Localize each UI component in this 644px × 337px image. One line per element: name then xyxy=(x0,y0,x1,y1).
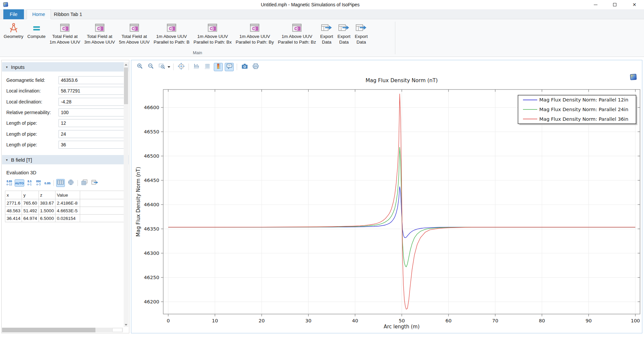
field-input-5[interactable] xyxy=(59,130,124,138)
table-cell[interactable]: 2.4186E-8 xyxy=(55,199,80,207)
precision-button-auto[interactable]: AUTO xyxy=(15,179,24,187)
ribbon-button-1m-above-uuv-parallel-to-path-by[interactable]: 1m Above UUVParallel to Path: By xyxy=(234,21,276,46)
y-tick-label: 46350 xyxy=(144,226,159,232)
color-legend-button[interactable] xyxy=(214,63,223,71)
zoom-in-icon xyxy=(136,63,144,71)
table-cell[interactable]: 6.5000 xyxy=(39,215,55,222)
close-button[interactable]: ✕ xyxy=(625,0,644,9)
table-row[interactable]: 48.56351.4921.50004.6653E-5 xyxy=(5,207,128,215)
ribbon-button-label: 3m Above UUV xyxy=(84,40,115,45)
ribbon-button-export-data[interactable]: ExportData xyxy=(318,21,335,46)
precision-button-0.85[interactable]: 0.85 xyxy=(44,179,51,187)
ribbon-button-total-field-at-1m-above-uuv[interactable]: Total Field at1m Above UUV xyxy=(48,21,82,46)
settings-panel: ▾ Inputs Geomagnetic field:Local inclina… xyxy=(1,60,129,333)
plot-area[interactable]: 0102030405060708090100462004625046300463… xyxy=(131,60,642,333)
globe-view-button[interactable] xyxy=(66,179,75,187)
table-cell[interactable]: 1.5000 xyxy=(39,207,55,215)
field-label: Geomagnetic field: xyxy=(6,78,45,83)
plot-window-icon xyxy=(166,22,177,34)
precision-label: e-1 xyxy=(28,183,32,186)
table-row[interactable]: 2771.6765.60383.672.4186E-8 xyxy=(5,199,128,207)
x-tick-label: 10 xyxy=(212,318,218,323)
table-cell-filler xyxy=(80,215,128,222)
plot-window-icon xyxy=(129,22,140,34)
tab-ribbon-tab-1[interactable]: Ribbon Tab 1 xyxy=(49,9,87,19)
plot-group-icon[interactable] xyxy=(629,74,637,81)
precision-button-8.5[interactable]: 8.5e-1 xyxy=(26,179,33,187)
zoom-in-button[interactable] xyxy=(135,63,144,71)
table-cell[interactable]: 64.974 xyxy=(22,215,39,222)
ribbon-button-export-data[interactable]: ExportData xyxy=(335,21,352,46)
scroll-down-icon[interactable] xyxy=(124,322,128,327)
zoom-extents-button[interactable] xyxy=(177,63,186,71)
ribbon-button-total-field-at-5m-above-uuv[interactable]: Total Field at5m Above UUV xyxy=(117,21,151,46)
x-tick-label: 90 xyxy=(585,318,591,323)
snapshot-icon xyxy=(241,63,248,71)
copy-table-button[interactable] xyxy=(80,179,89,187)
field-input-4[interactable] xyxy=(59,119,124,127)
table-row[interactable]: 36.41464.9746.50000.026154 xyxy=(5,215,128,222)
ribbon-button-label: Export xyxy=(355,34,368,40)
ribbon-button-export-data[interactable]: ExportData xyxy=(353,21,369,46)
field-input-0[interactable] xyxy=(59,76,124,84)
show-axes-button[interactable] xyxy=(192,63,201,71)
table-cell[interactable]: 48.563 xyxy=(5,207,22,215)
ribbon-button-1m-above-uuv-parallel-to-path-bx[interactable]: 1m Above UUVParallel to Path: Bx xyxy=(192,21,233,46)
graphics-panel[interactable]: 0102030405060708090100462004625046300463… xyxy=(131,60,642,333)
minimize-icon xyxy=(594,5,597,5)
bfield-section-header[interactable]: ▾ B field [T] xyxy=(2,155,129,164)
ribbon-button-label: Export xyxy=(337,34,350,40)
zoom-out-button[interactable] xyxy=(146,63,155,71)
chevron-down-icon[interactable] xyxy=(168,66,170,68)
print-button[interactable] xyxy=(251,63,260,71)
inputs-section-header[interactable]: ▾ Inputs xyxy=(2,62,129,72)
ribbon-button-1m-above-uuv-parallel-to-path-b[interactable]: 1m Above UUVParallel to Path: B xyxy=(152,21,191,46)
snapshot-button[interactable] xyxy=(240,63,249,71)
field-input-1[interactable] xyxy=(59,87,124,95)
minimize-button[interactable] xyxy=(586,0,605,9)
ribbon-button-label: Total Field at xyxy=(52,34,78,40)
export-data-icon xyxy=(320,22,333,34)
field-input-2[interactable] xyxy=(59,98,124,106)
file-menu-button[interactable]: File xyxy=(3,9,24,19)
maximize-button[interactable] xyxy=(605,0,624,9)
maximize-icon xyxy=(613,3,616,6)
export-table-button[interactable] xyxy=(90,179,99,187)
evaluation-subtitle: Evaluation 3D xyxy=(6,170,36,175)
toolbar-separator xyxy=(77,180,78,186)
legend-label-0: Mag Flux Density Norm: Parallel 12in xyxy=(539,97,628,102)
precision-label: e-3 xyxy=(37,183,41,186)
field-input-3[interactable] xyxy=(59,108,124,116)
ribbon-button-compute[interactable]: Compute xyxy=(26,21,47,41)
precision-button-8.85[interactable]: 8.85e-12 xyxy=(6,179,13,187)
input-field-row: Length of pipe: xyxy=(2,139,130,150)
table-cell[interactable]: 36.414 xyxy=(5,215,22,222)
zoom-box-button[interactable] xyxy=(157,63,166,71)
field-input-6[interactable] xyxy=(59,141,124,149)
vertical-scroll-thumb[interactable] xyxy=(124,68,128,104)
plot-tooltips-button[interactable] xyxy=(225,63,234,71)
table-header-y: y xyxy=(22,191,39,199)
table-cell[interactable]: 4.6653E-5 xyxy=(55,207,80,215)
show-grid-button[interactable] xyxy=(203,63,212,71)
precision-button-850[interactable]: 850e-3 xyxy=(35,179,42,187)
table-cell[interactable]: 2771.6 xyxy=(5,199,22,207)
scroll-up-icon[interactable] xyxy=(124,62,128,67)
panel-horizontal-scrollbar[interactable] xyxy=(2,328,123,332)
ribbon-button-total-field-at-3m-above-uuv[interactable]: Total Field at3m Above UUV xyxy=(82,21,116,46)
table-cell[interactable]: 51.492 xyxy=(22,207,39,215)
toolbar-separator xyxy=(54,180,54,186)
panel-vertical-scrollbar[interactable] xyxy=(124,62,128,327)
table-cell[interactable]: 765.60 xyxy=(22,199,39,207)
table-view-button[interactable] xyxy=(56,179,65,187)
tab-home[interactable]: Home xyxy=(27,9,51,19)
ribbon-button-label: 1m Above UUV xyxy=(50,40,80,45)
zoom-out-icon xyxy=(147,63,155,71)
legend-label-1: Mag Flux Density Norm: Parallel 24in xyxy=(539,107,628,112)
horizontal-scroll-thumb[interactable] xyxy=(2,328,95,332)
table-cell[interactable]: 0.026154 xyxy=(55,215,80,222)
table-cell[interactable]: 383.67 xyxy=(39,199,55,207)
ribbon-button-geometry[interactable]: Geometry xyxy=(2,21,25,41)
ribbon-button-1m-above-uuv-parallel-to-path-bz[interactable]: 1m Above UUVParallel to Path: Bz xyxy=(276,21,318,46)
y-tick-label: 46500 xyxy=(144,153,159,159)
